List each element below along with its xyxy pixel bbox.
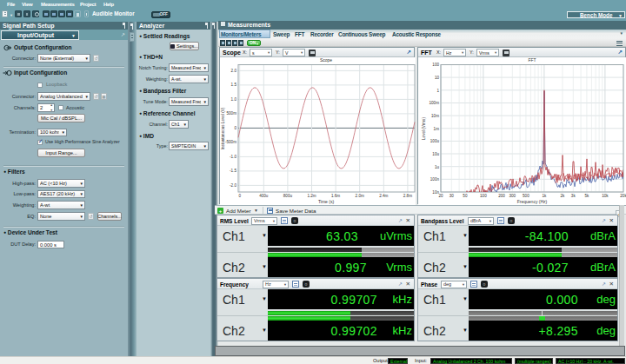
svg-text:100: 100 — [480, 194, 487, 198]
svg-text:1.0: 1.0 — [231, 97, 237, 102]
svg-text:0: 0 — [238, 194, 241, 198]
svg-text:10u: 10u — [432, 152, 439, 156]
svg-text:300: 300 — [509, 194, 516, 198]
svg-text:1m: 1m — [434, 127, 440, 131]
svg-text:200: 200 — [498, 194, 505, 198]
svg-text:FFT: FFT — [528, 57, 536, 63]
svg-text:1k: 1k — [542, 194, 547, 198]
svg-text:Instantaneous Level (V): Instantaneous Level (V) — [221, 107, 225, 149]
svg-text:10k: 10k — [602, 194, 609, 198]
svg-text:1u: 1u — [435, 165, 440, 169]
svg-text:10: 10 — [435, 76, 440, 80]
svg-text:100: 100 — [432, 63, 439, 67]
svg-text:Frequency (Hz): Frequency (Hz) — [517, 199, 548, 204]
svg-text:1.2m: 1.2m — [307, 194, 316, 198]
svg-text:1: 1 — [436, 89, 439, 93]
svg-text:3k: 3k — [571, 194, 576, 198]
svg-text:100n: 100n — [430, 177, 440, 182]
svg-text:Time (s): Time (s) — [318, 199, 334, 204]
svg-text:-500m: -500m — [225, 140, 236, 144]
svg-text:500m: 500m — [227, 111, 237, 116]
svg-text:800u: 800u — [283, 194, 293, 198]
svg-text:-1.5: -1.5 — [230, 169, 236, 173]
svg-text:-1.0: -1.0 — [230, 155, 236, 159]
svg-text:2k: 2k — [561, 194, 566, 198]
svg-text:10m: 10m — [431, 114, 439, 118]
svg-text:100u: 100u — [430, 139, 440, 143]
svg-text:Scope: Scope — [320, 57, 332, 63]
svg-text:400u: 400u — [259, 194, 269, 198]
svg-text:-2.0: -2.0 — [230, 183, 236, 188]
svg-text:30: 30 — [450, 194, 455, 198]
svg-text:Level (Vrms): Level (Vrms) — [422, 117, 426, 140]
svg-text:0: 0 — [234, 126, 236, 130]
svg-text:1.5: 1.5 — [231, 83, 237, 87]
svg-text:100m: 100m — [430, 101, 440, 105]
svg-text:50: 50 — [463, 194, 468, 198]
svg-text:20k: 20k — [620, 194, 626, 198]
svg-text:2.4m: 2.4m — [379, 194, 388, 198]
svg-text:2.8m: 2.8m — [403, 194, 412, 198]
svg-text:1.6m: 1.6m — [331, 194, 340, 198]
svg-text:500: 500 — [523, 194, 529, 198]
svg-text:2.0m: 2.0m — [356, 194, 364, 198]
svg-text:5k: 5k — [584, 194, 589, 198]
svg-text:20: 20 — [438, 194, 443, 198]
svg-text:2.0: 2.0 — [231, 69, 237, 73]
